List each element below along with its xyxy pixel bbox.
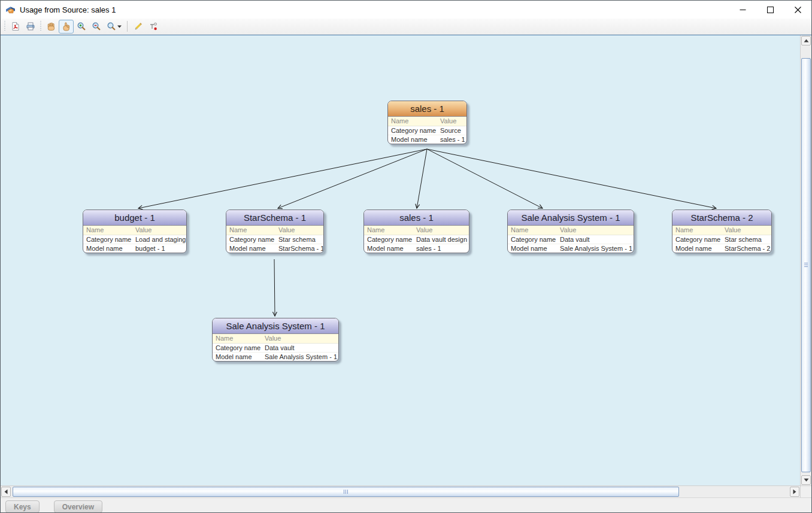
table-cell: Category name [672, 235, 722, 244]
toolbar-grip [3, 21, 6, 32]
diagram-canvas[interactable]: sales - 1NameValueCategory nameSourceMod… [1, 35, 800, 485]
column-header: Name [226, 226, 275, 235]
keys-button[interactable]: Keys [5, 500, 40, 513]
export-pdf-button[interactable] [8, 20, 23, 34]
table-cell: Sale Analysis System - 1 [262, 352, 338, 361]
titlebar[interactable]: Usage from Source: sales 1 [1, 1, 811, 19]
layout-link-icon [149, 22, 158, 31]
table-row: Category nameData vault design [364, 235, 469, 244]
zoom-in-icon [77, 22, 86, 31]
scroll-right-button[interactable] [790, 487, 799, 497]
pencil-icon [134, 22, 143, 31]
horizontal-scroll-track[interactable] [11, 486, 789, 497]
table-cell: Data vault design [413, 235, 469, 244]
window-title: Usage from Source: sales 1 [20, 5, 116, 14]
table-cell: Model name [508, 244, 557, 253]
minimize-button[interactable] [729, 1, 756, 19]
diagram-node-sale-analysis-system-1[interactable]: Sale Analysis System - 1NameValueCategor… [507, 210, 634, 253]
table-row: Model namebudget - 1 [83, 244, 186, 253]
horizontal-scroll-thumb[interactable] [13, 487, 679, 497]
close-button[interactable] [784, 1, 811, 19]
toolbar [1, 19, 811, 35]
layout-tool-button[interactable] [146, 20, 160, 34]
scroll-thumb-grip [344, 490, 349, 494]
minimize-icon [740, 7, 746, 13]
scroll-thumb-grip [804, 263, 808, 268]
column-header: Name [83, 226, 132, 235]
node-property-table: NameValueCategory nameStar schemaModel n… [226, 226, 323, 253]
table-row: Category nameStar schema [672, 235, 771, 244]
column-header: Name [672, 226, 722, 235]
node-property-table: NameValueCategory nameData vault designM… [364, 226, 469, 253]
overview-button[interactable]: Overview [54, 500, 102, 513]
scroll-down-button[interactable] [801, 475, 811, 485]
scroll-left-button[interactable] [1, 487, 11, 497]
window-controls [729, 1, 811, 19]
triangle-up-icon [804, 39, 809, 43]
edge-source-sales-1-to-starschema-2 [427, 149, 716, 208]
vertical-scroll-thumb[interactable] [801, 58, 811, 472]
pdf-icon [11, 22, 20, 31]
table-cell: sales - 1 [437, 135, 466, 144]
content-row: sales - 1NameValueCategory nameSourceMod… [1, 35, 811, 485]
diagram-node-source-sales-1[interactable]: sales - 1NameValueCategory nameSourceMod… [387, 101, 467, 144]
node-title: budget - 1 [83, 210, 186, 226]
edge-source-sales-1-to-sale-analysis-system-1 [427, 149, 543, 208]
table-cell: Star schema [722, 235, 771, 244]
table-cell: Model name [672, 244, 722, 253]
diagram-node-budget-1[interactable]: budget - 1NameValueCategory nameLoad and… [83, 210, 187, 253]
horizontal-scrollbar[interactable] [1, 486, 800, 497]
select-tool-button[interactable] [59, 20, 74, 34]
column-header: Value [275, 226, 323, 235]
node-property-table: NameValueCategory nameStar schemaModel n… [672, 226, 771, 253]
toolbar-separator [127, 21, 128, 32]
table-cell: Category name [226, 235, 275, 244]
zoom-out-icon [92, 22, 101, 31]
column-header: Name [213, 334, 262, 343]
edit-tool-button[interactable] [131, 20, 146, 34]
column-header: Name [388, 117, 437, 126]
node-property-table: NameValueCategory nameSourceModel namesa… [388, 117, 466, 144]
diagram-node-starschema-1[interactable]: StarSchema - 1NameValueCategory nameStar… [226, 210, 324, 253]
triangle-down-icon [804, 478, 809, 482]
table-cell: Model name [388, 135, 437, 144]
zoom-in-button[interactable] [74, 20, 89, 34]
maximize-button[interactable] [756, 1, 784, 19]
scrollbar-corner [800, 486, 811, 497]
pan-tool-button[interactable] [44, 20, 59, 34]
table-cell: Category name [508, 235, 557, 244]
table-cell: budget - 1 [132, 244, 186, 253]
edge-source-sales-1-to-sales-1-data-vault [417, 149, 427, 208]
vertical-scroll-track[interactable] [801, 46, 811, 475]
table-cell: Category name [388, 126, 437, 135]
vertical-scrollbar[interactable] [800, 35, 811, 485]
column-header: Name [364, 226, 413, 235]
scroll-up-button[interactable] [801, 36, 811, 45]
table-cell: Category name [83, 235, 132, 244]
table-cell: Load and staging [132, 235, 186, 244]
diagram-node-starschema-2[interactable]: StarSchema - 2NameValueCategory nameStar… [672, 210, 772, 253]
column-header: Name [508, 226, 557, 235]
table-cell: Category name [213, 343, 262, 352]
close-icon [795, 7, 801, 13]
column-header: Value [437, 117, 466, 126]
diagram-node-sales-1-data-vault[interactable]: sales - 1NameValueCategory nameData vaul… [363, 210, 469, 253]
triangle-left-icon [4, 489, 8, 494]
node-title: StarSchema - 1 [226, 210, 323, 226]
diagram-node-sale-analysis-system-1-child[interactable]: Sale Analysis System - 1NameValueCategor… [212, 318, 339, 362]
chevron-down-icon [117, 25, 122, 28]
print-button[interactable] [23, 20, 38, 34]
zoom-out-button[interactable] [89, 20, 104, 34]
node-property-table: NameValueCategory nameLoad and stagingMo… [83, 226, 186, 253]
table-cell: Source [437, 126, 466, 135]
node-title: StarSchema - 2 [672, 210, 771, 226]
column-header: Value [722, 226, 771, 235]
node-property-table: NameValueCategory nameData vaultModel na… [508, 226, 634, 253]
edge-starschema-1-to-sale-analysis-system-1-child [274, 259, 275, 316]
open-hand-icon [46, 22, 56, 32]
table-row: Model nameSale Analysis System - 1 [213, 352, 338, 361]
table-row: Category nameData vault [213, 343, 338, 352]
zoom-dropdown-button[interactable] [104, 20, 124, 34]
table-cell: StarSchema - 2 [722, 244, 771, 253]
printer-icon [26, 22, 35, 31]
